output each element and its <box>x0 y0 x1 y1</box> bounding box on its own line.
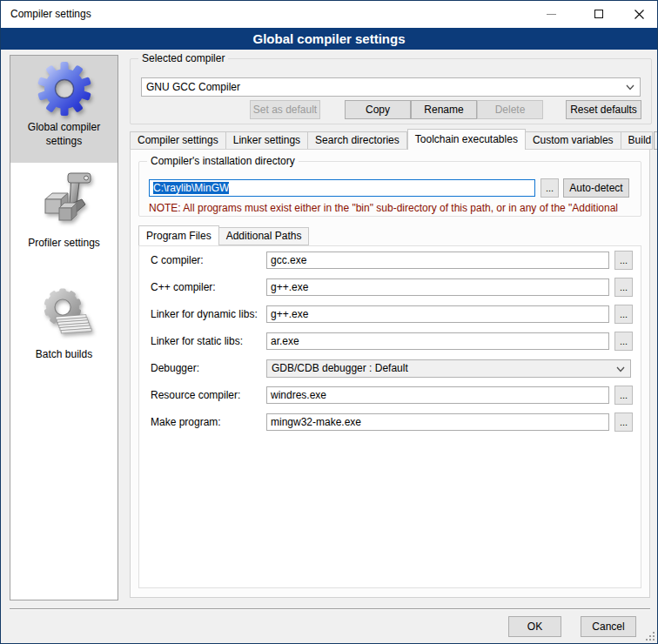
close-button[interactable] <box>619 1 658 27</box>
installation-directory-input[interactable]: C:\raylib\MinGW <box>149 179 535 197</box>
tab-custom-variables[interactable]: Custom variables <box>526 131 621 150</box>
program-files-tab-bar: Program Files Additional Paths <box>138 225 309 245</box>
tab-search-directories[interactable]: Search directories <box>308 131 407 150</box>
linker-static-value: ar.exe <box>271 335 299 347</box>
field-label-resource-compiler: Resource compiler: <box>151 389 240 401</box>
chevron-down-icon <box>616 366 625 372</box>
installation-directory-value: C:\raylib\MinGW <box>153 182 229 194</box>
field-label-linker-dynamic: Linker for dynamic libs: <box>151 308 258 320</box>
blue-gear-icon <box>37 61 92 117</box>
selected-compiler-group-label: Selected compiler <box>138 52 228 64</box>
rename-button[interactable]: Rename <box>411 100 477 119</box>
sidebar-item-label: Global compiler settings <box>10 120 118 148</box>
tab-scroll-left-button[interactable]: ◀ <box>654 131 658 150</box>
settings-tab-bar: Compiler settings Linker settings Search… <box>130 129 658 150</box>
sidebar-item-profiler-settings[interactable]: Profiler settings <box>10 164 118 262</box>
maximize-icon <box>594 10 603 18</box>
minimize-icon <box>547 14 556 15</box>
profiler-caliper-icon <box>37 170 92 225</box>
c-compiler-browse-button[interactable]: ... <box>614 251 633 270</box>
resize-grip-icon[interactable] <box>644 630 655 641</box>
c-compiler-value: gcc.exe <box>271 254 306 266</box>
linker-dynamic-value: g++.exe <box>271 308 308 320</box>
cpp-compiler-browse-button[interactable]: ... <box>614 278 633 297</box>
tab-program-files[interactable]: Program Files <box>138 225 219 245</box>
field-label-linker-static: Linker for static libs: <box>151 335 243 347</box>
field-label-cpp-compiler: C++ compiler: <box>151 281 216 293</box>
installation-directory-group-label: Compiler's installation directory <box>147 155 299 167</box>
make-program-browse-button[interactable]: ... <box>614 413 633 432</box>
ok-button[interactable]: OK <box>508 616 561 637</box>
linker-static-browse-button[interactable]: ... <box>614 332 633 351</box>
toolchain-executables-page: Compiler's installation directory C:\ray… <box>130 149 650 598</box>
set-as-default-button[interactable]: Set as default <box>250 100 320 119</box>
make-program-input[interactable]: mingw32-make.exe <box>266 413 609 431</box>
tab-linker-settings[interactable]: Linker settings <box>226 131 308 150</box>
installation-directory-group: Compiler's installation directory C:\ray… <box>138 161 641 217</box>
footer-divider <box>10 608 650 610</box>
compiler-settings-dialog: Compiler settings Global compiler settin… <box>0 0 658 644</box>
tab-additional-paths[interactable]: Additional Paths <box>219 227 310 245</box>
delete-button[interactable]: Delete <box>477 100 543 119</box>
maximize-button[interactable] <box>579 1 619 27</box>
linker-static-input[interactable]: ar.exe <box>266 332 609 350</box>
linker-dynamic-browse-button[interactable]: ... <box>614 305 633 324</box>
sidebar-item-batch-builds[interactable]: Batch builds <box>10 278 118 375</box>
copy-button[interactable]: Copy <box>345 100 411 119</box>
sidebar-item-label: Profiler settings <box>10 236 118 250</box>
batch-builds-icon <box>37 285 92 340</box>
window-title: Compiler settings <box>10 8 91 20</box>
tab-build-options[interactable]: Build options <box>621 131 653 150</box>
chevron-down-icon <box>626 84 634 91</box>
make-program-value: mingw32-make.exe <box>271 416 361 428</box>
resource-compiler-value: windres.exe <box>271 389 326 401</box>
linker-dynamic-input[interactable]: g++.exe <box>266 305 609 323</box>
debugger-value: GDB/CDB debugger : Default <box>272 362 408 374</box>
settings-category-list: Global compiler settings P <box>10 55 118 600</box>
sidebar-item-global-compiler-settings[interactable]: Global compiler settings <box>10 56 118 163</box>
reset-defaults-button[interactable]: Reset defaults <box>566 100 641 119</box>
debugger-select[interactable]: GDB/CDB debugger : Default <box>266 359 631 378</box>
close-icon <box>634 10 644 19</box>
cpp-compiler-input[interactable]: g++.exe <box>266 278 609 296</box>
selected-compiler-group: Selected compiler GNU GCC Compiler Set a… <box>130 58 652 124</box>
compiler-select[interactable]: GNU GCC Compiler <box>141 77 641 97</box>
resource-compiler-browse-button[interactable]: ... <box>614 386 633 405</box>
sidebar-item-label: Batch builds <box>10 347 118 361</box>
auto-detect-button[interactable]: Auto-detect <box>563 178 629 198</box>
cancel-button[interactable]: Cancel <box>581 616 636 637</box>
page-title: Global compiler settings <box>1 28 657 50</box>
c-compiler-input[interactable]: gcc.exe <box>266 252 609 269</box>
installation-directory-browse-button[interactable]: ... <box>540 178 559 198</box>
program-files-page: C compiler: gcc.exe ... C++ compiler: g+… <box>138 245 641 588</box>
title-bar[interactable]: Compiler settings <box>1 1 657 28</box>
field-label-make-program: Make program: <box>151 416 221 428</box>
field-label-c-compiler: C compiler: <box>151 254 204 266</box>
tab-compiler-settings[interactable]: Compiler settings <box>130 131 226 150</box>
tab-toolchain-executables[interactable]: Toolchain executables <box>407 129 526 150</box>
minimize-button[interactable] <box>531 1 571 27</box>
cpp-compiler-value: g++.exe <box>271 281 308 293</box>
note-text: NOTE: All programs must exist either in … <box>149 202 638 214</box>
compiler-select-value: GNU GCC Compiler <box>146 81 240 93</box>
resource-compiler-input[interactable]: windres.exe <box>266 386 609 404</box>
field-label-debugger: Debugger: <box>151 362 199 374</box>
